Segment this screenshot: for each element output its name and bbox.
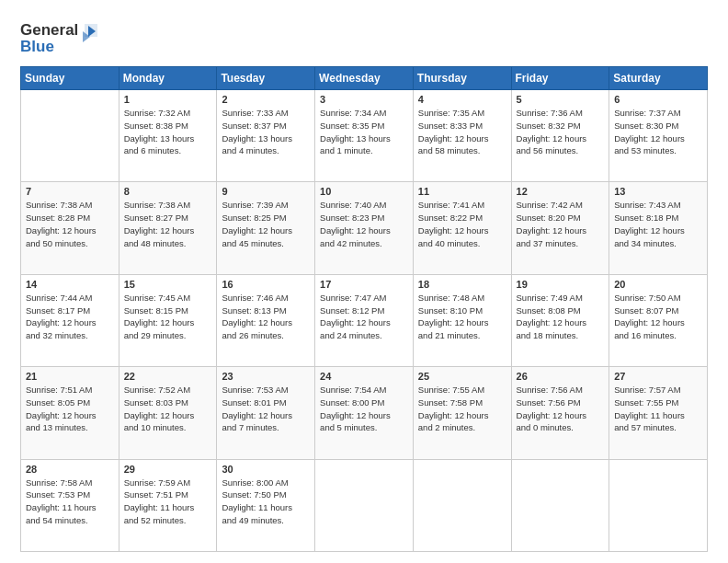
logo-svg: General Blue [20,17,103,57]
calendar-cell: 19Sunrise: 7:49 AM Sunset: 8:08 PM Dayli… [511,274,609,366]
calendar-cell [413,459,511,551]
day-info: Sunrise: 7:33 AM Sunset: 8:37 PM Dayligh… [222,107,310,157]
page: General Blue SundayMondayTuesdayWednesda… [0,0,728,563]
calendar-cell: 2Sunrise: 7:33 AM Sunset: 8:37 PM Daylig… [217,90,315,182]
calendar-cell: 12Sunrise: 7:42 AM Sunset: 8:20 PM Dayli… [511,182,609,274]
day-info: Sunrise: 7:58 AM Sunset: 7:53 PM Dayligh… [26,477,114,527]
day-info: Sunrise: 7:38 AM Sunset: 8:28 PM Dayligh… [26,199,114,249]
day-number: 12 [517,186,605,197]
day-info: Sunrise: 7:37 AM Sunset: 8:30 PM Dayligh… [614,107,702,157]
day-header-friday: Friday [511,67,609,90]
week-row-4: 28Sunrise: 7:58 AM Sunset: 7:53 PM Dayli… [21,459,708,551]
week-row-2: 14Sunrise: 7:44 AM Sunset: 8:17 PM Dayli… [21,274,708,366]
calendar-cell: 5Sunrise: 7:36 AM Sunset: 8:32 PM Daylig… [511,90,609,182]
day-number: 28 [26,464,114,475]
calendar-cell: 29Sunrise: 7:59 AM Sunset: 7:51 PM Dayli… [119,459,217,551]
day-number: 29 [124,464,212,475]
day-info: Sunrise: 7:48 AM Sunset: 8:10 PM Dayligh… [418,292,506,342]
day-header-sunday: Sunday [21,67,119,90]
week-row-3: 21Sunrise: 7:51 AM Sunset: 8:05 PM Dayli… [21,367,708,459]
day-info: Sunrise: 7:38 AM Sunset: 8:27 PM Dayligh… [124,199,212,249]
day-number: 23 [222,371,310,382]
calendar-cell [609,459,708,551]
day-info: Sunrise: 7:41 AM Sunset: 8:22 PM Dayligh… [418,199,506,249]
header: General Blue [20,17,708,61]
week-row-0: 1Sunrise: 7:32 AM Sunset: 8:38 PM Daylig… [21,90,708,182]
calendar-cell: 20Sunrise: 7:50 AM Sunset: 8:07 PM Dayli… [609,274,708,366]
day-number: 8 [124,186,212,197]
day-number: 6 [614,94,702,105]
calendar-cell: 30Sunrise: 8:00 AM Sunset: 7:50 PM Dayli… [217,459,315,551]
day-info: Sunrise: 7:40 AM Sunset: 8:23 PM Dayligh… [320,199,408,249]
calendar-cell: 13Sunrise: 7:43 AM Sunset: 8:18 PM Dayli… [609,182,708,274]
day-info: Sunrise: 7:47 AM Sunset: 8:12 PM Dayligh… [320,292,408,342]
day-number: 30 [222,464,310,475]
day-info: Sunrise: 7:46 AM Sunset: 8:13 PM Dayligh… [222,292,310,342]
day-info: Sunrise: 8:00 AM Sunset: 7:50 PM Dayligh… [222,477,310,527]
day-info: Sunrise: 7:54 AM Sunset: 8:00 PM Dayligh… [320,384,408,434]
calendar-cell: 26Sunrise: 7:56 AM Sunset: 7:56 PM Dayli… [511,367,609,459]
day-info: Sunrise: 7:49 AM Sunset: 8:08 PM Dayligh… [517,292,605,342]
day-header-saturday: Saturday [609,67,708,90]
calendar-cell: 24Sunrise: 7:54 AM Sunset: 8:00 PM Dayli… [315,367,414,459]
day-number: 18 [418,279,506,290]
calendar-cell: 25Sunrise: 7:55 AM Sunset: 7:58 PM Dayli… [413,367,511,459]
day-header-thursday: Thursday [413,67,511,90]
calendar-cell: 28Sunrise: 7:58 AM Sunset: 7:53 PM Dayli… [21,459,119,551]
calendar-cell: 11Sunrise: 7:41 AM Sunset: 8:22 PM Dayli… [413,182,511,274]
day-info: Sunrise: 7:44 AM Sunset: 8:17 PM Dayligh… [26,292,114,342]
day-number: 27 [614,371,702,382]
calendar-cell [21,90,119,182]
logo-text-block: General Blue [20,17,103,61]
calendar-cell: 16Sunrise: 7:46 AM Sunset: 8:13 PM Dayli… [217,274,315,366]
day-info: Sunrise: 7:39 AM Sunset: 8:25 PM Dayligh… [222,199,310,249]
calendar-cell: 6Sunrise: 7:37 AM Sunset: 8:30 PM Daylig… [609,90,708,182]
day-number: 25 [418,371,506,382]
day-number: 26 [517,371,605,382]
calendar-cell: 18Sunrise: 7:48 AM Sunset: 8:10 PM Dayli… [413,274,511,366]
calendar-cell: 17Sunrise: 7:47 AM Sunset: 8:12 PM Dayli… [315,274,414,366]
day-info: Sunrise: 7:55 AM Sunset: 7:58 PM Dayligh… [418,384,506,434]
day-number: 15 [124,279,212,290]
day-number: 22 [124,371,212,382]
day-info: Sunrise: 7:51 AM Sunset: 8:05 PM Dayligh… [26,384,114,434]
day-number: 2 [222,94,310,105]
day-header-tuesday: Tuesday [217,67,315,90]
day-info: Sunrise: 7:34 AM Sunset: 8:35 PM Dayligh… [320,107,408,157]
day-info: Sunrise: 7:50 AM Sunset: 8:07 PM Dayligh… [614,292,702,342]
day-number: 19 [517,279,605,290]
day-info: Sunrise: 7:35 AM Sunset: 8:33 PM Dayligh… [418,107,506,157]
day-info: Sunrise: 7:36 AM Sunset: 8:32 PM Dayligh… [517,107,605,157]
day-number: 17 [320,279,408,290]
day-number: 13 [614,186,702,197]
calendar-cell [315,459,414,551]
calendar-cell: 23Sunrise: 7:53 AM Sunset: 8:01 PM Dayli… [217,367,315,459]
day-info: Sunrise: 7:52 AM Sunset: 8:03 PM Dayligh… [124,384,212,434]
calendar-cell: 14Sunrise: 7:44 AM Sunset: 8:17 PM Dayli… [21,274,119,366]
day-number: 14 [26,279,114,290]
day-number: 4 [418,94,506,105]
day-number: 1 [124,94,212,105]
day-info: Sunrise: 7:32 AM Sunset: 8:38 PM Dayligh… [124,107,212,157]
day-info: Sunrise: 7:43 AM Sunset: 8:18 PM Dayligh… [614,199,702,249]
calendar-cell: 22Sunrise: 7:52 AM Sunset: 8:03 PM Dayli… [119,367,217,459]
day-number: 24 [320,371,408,382]
day-info: Sunrise: 7:56 AM Sunset: 7:56 PM Dayligh… [517,384,605,434]
day-info: Sunrise: 7:57 AM Sunset: 7:55 PM Dayligh… [614,384,702,434]
day-header-monday: Monday [119,67,217,90]
day-number: 11 [418,186,506,197]
calendar-cell: 21Sunrise: 7:51 AM Sunset: 8:05 PM Dayli… [21,367,119,459]
calendar-cell: 15Sunrise: 7:45 AM Sunset: 8:15 PM Dayli… [119,274,217,366]
calendar-cell: 1Sunrise: 7:32 AM Sunset: 8:38 PM Daylig… [119,90,217,182]
calendar-cell: 4Sunrise: 7:35 AM Sunset: 8:33 PM Daylig… [413,90,511,182]
calendar-cell: 9Sunrise: 7:39 AM Sunset: 8:25 PM Daylig… [217,182,315,274]
svg-text:Blue: Blue [20,38,54,55]
day-number: 5 [517,94,605,105]
day-number: 20 [614,279,702,290]
calendar-cell: 7Sunrise: 7:38 AM Sunset: 8:28 PM Daylig… [21,182,119,274]
header-row: SundayMondayTuesdayWednesdayThursdayFrid… [21,67,708,90]
calendar-cell: 27Sunrise: 7:57 AM Sunset: 7:55 PM Dayli… [609,367,708,459]
week-row-1: 7Sunrise: 7:38 AM Sunset: 8:28 PM Daylig… [21,182,708,274]
day-number: 3 [320,94,408,105]
day-number: 21 [26,371,114,382]
